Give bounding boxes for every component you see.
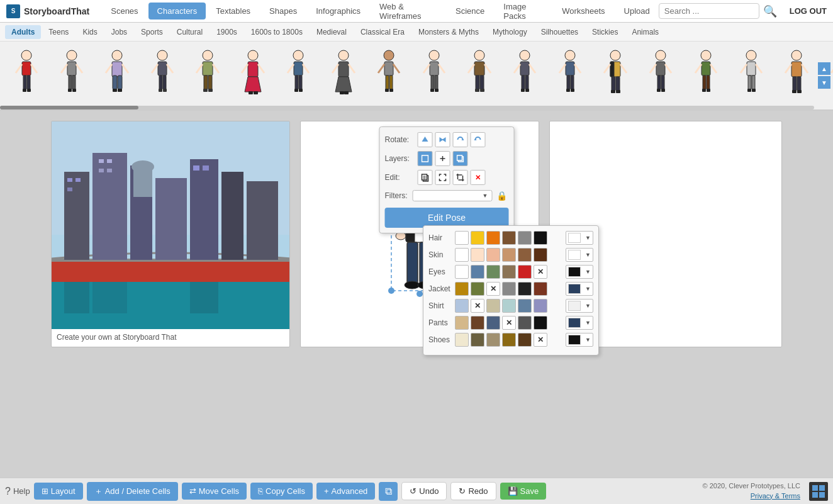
shirt-swatch-3[interactable]: [486, 299, 500, 313]
cat-teens[interactable]: Teens: [42, 25, 75, 39]
cat-medieval[interactable]: Medieval: [310, 25, 353, 39]
cat-cultural[interactable]: Cultural: [171, 25, 209, 39]
move-cells-button[interactable]: ⇄ Move Cells: [182, 483, 247, 500]
strip-down-arrow[interactable]: ▼: [818, 76, 830, 89]
tab-shapes[interactable]: Shapes: [260, 3, 306, 20]
list-item[interactable]: [549, 46, 591, 106]
help-button[interactable]: ? Help: [5, 486, 30, 497]
eyes-swatch-3[interactable]: [486, 265, 500, 279]
logout-button[interactable]: LOG OUT: [790, 6, 827, 16]
pants-swatch-2[interactable]: [471, 316, 484, 330]
jacket-color-dropdown[interactable]: ▼: [566, 282, 593, 296]
search-icon[interactable]: 🔍: [763, 4, 777, 18]
eyes-swatch-2[interactable]: [471, 265, 484, 279]
list-item[interactable]: [141, 46, 184, 106]
list-item[interactable]: [775, 46, 818, 106]
tab-scenes[interactable]: Scenes: [102, 3, 147, 20]
shirt-color-dropdown[interactable]: ▼: [566, 299, 593, 313]
edit-delete-icon[interactable]: ✕: [471, 170, 486, 185]
list-item[interactable]: [594, 46, 637, 106]
pants-swatch-6[interactable]: [534, 316, 547, 330]
pants-swatch-3[interactable]: [486, 316, 500, 330]
list-item[interactable]: [5, 46, 48, 106]
cat-classical-era[interactable]: Classical Era: [354, 25, 411, 39]
cell-2[interactable]: Rotate: Layers:: [300, 121, 539, 347]
hair-swatch-gray[interactable]: [518, 231, 532, 245]
rotate-up-icon[interactable]: [418, 132, 433, 147]
edit-copy-icon[interactable]: [418, 170, 433, 185]
save-button[interactable]: 💾 Save: [500, 483, 547, 500]
edit-crop-icon[interactable]: [453, 170, 468, 185]
rotate-flip-h-icon[interactable]: [435, 132, 450, 147]
hair-swatch-yellow[interactable]: [471, 231, 484, 245]
eyes-swatch-1[interactable]: [455, 265, 469, 279]
jacket-swatch-5[interactable]: [518, 282, 532, 296]
hair-swatch-white[interactable]: [455, 231, 469, 245]
skin-swatch-2[interactable]: [471, 248, 484, 262]
eyes-color-dropdown[interactable]: ▼: [566, 265, 593, 279]
layer-expand-icon[interactable]: [435, 151, 450, 166]
list-item[interactable]: [367, 46, 410, 106]
list-item[interactable]: [277, 46, 320, 106]
list-item[interactable]: [96, 46, 138, 106]
list-item[interactable]: [186, 46, 229, 106]
edit-fullscreen-icon[interactable]: [435, 170, 450, 185]
shoes-swatch-4[interactable]: [502, 333, 516, 347]
cat-stickies[interactable]: Stickies: [586, 25, 624, 39]
cat-sports[interactable]: Sports: [135, 25, 169, 39]
hair-color-dropdown[interactable]: ▼: [566, 231, 593, 245]
puzzle-icon[interactable]: ⧉: [379, 482, 398, 501]
scroll-thumb[interactable]: [0, 106, 138, 109]
list-item[interactable]: [322, 46, 365, 106]
shoes-swatch-2[interactable]: [471, 333, 484, 347]
privacy-terms-link[interactable]: Privacy & Terms: [751, 492, 800, 500]
hair-swatch-brown[interactable]: [502, 231, 516, 245]
shirt-swatch-x[interactable]: ✕: [471, 299, 484, 313]
shoes-swatch-1[interactable]: [455, 333, 469, 347]
shoes-color-dropdown[interactable]: ▼: [566, 333, 593, 347]
skin-swatch-5[interactable]: [518, 248, 532, 262]
scroll-bar[interactable]: [0, 106, 814, 109]
skin-swatch-1[interactable]: [455, 248, 469, 262]
pants-swatch-5[interactable]: [518, 316, 532, 330]
cat-animals[interactable]: Animals: [625, 25, 665, 39]
skin-swatch-4[interactable]: [502, 248, 516, 262]
eyes-swatch-red[interactable]: [518, 265, 532, 279]
eyes-swatch-x[interactable]: ✕: [534, 265, 547, 279]
advanced-button[interactable]: + Advanced: [316, 483, 375, 500]
pants-swatch-x[interactable]: ✕: [502, 316, 516, 330]
shirt-swatch-4[interactable]: [502, 299, 516, 313]
filters-dropdown[interactable]: ▼: [413, 190, 493, 201]
list-item[interactable]: [458, 46, 501, 106]
cat-jobs[interactable]: Jobs: [105, 25, 133, 39]
cat-1600s-1800s[interactable]: 1600s to 1800s: [245, 25, 309, 39]
copy-cells-button[interactable]: ⎘ Copy Cells: [250, 483, 313, 500]
shoes-swatch-5[interactable]: [518, 333, 532, 347]
layer-copy-icon[interactable]: [453, 151, 468, 166]
lock-icon[interactable]: 🔒: [495, 189, 509, 203]
jacket-swatch-x[interactable]: ✕: [486, 282, 500, 296]
shirt-swatch-5[interactable]: [518, 299, 532, 313]
skin-swatch-6[interactable]: [534, 248, 547, 262]
tab-web-wireframes[interactable]: Web & Wireframes: [371, 0, 445, 25]
jacket-swatch-6[interactable]: [534, 282, 547, 296]
skin-color-dropdown[interactable]: ▼: [566, 248, 593, 262]
tab-characters[interactable]: Characters: [148, 3, 206, 20]
pants-color-dropdown[interactable]: ▼: [566, 316, 593, 330]
eyes-swatch-4[interactable]: [502, 265, 516, 279]
list-item[interactable]: [413, 46, 456, 106]
skin-swatch-3[interactable]: [486, 248, 500, 262]
list-item[interactable]: [685, 46, 727, 106]
list-item[interactable]: [232, 46, 274, 106]
hair-swatch-orange[interactable]: [486, 231, 500, 245]
cat-kids[interactable]: Kids: [76, 25, 103, 39]
shoes-swatch-3[interactable]: [486, 333, 500, 347]
pants-swatch-1[interactable]: [455, 316, 469, 330]
shoes-swatch-x[interactable]: ✕: [534, 333, 547, 347]
search-input[interactable]: [659, 3, 759, 19]
rotate-cw-icon[interactable]: [453, 132, 468, 147]
jacket-swatch-4[interactable]: [502, 282, 516, 296]
list-item[interactable]: [503, 46, 546, 106]
shirt-swatch-1[interactable]: [455, 299, 469, 313]
list-item[interactable]: [639, 46, 682, 106]
